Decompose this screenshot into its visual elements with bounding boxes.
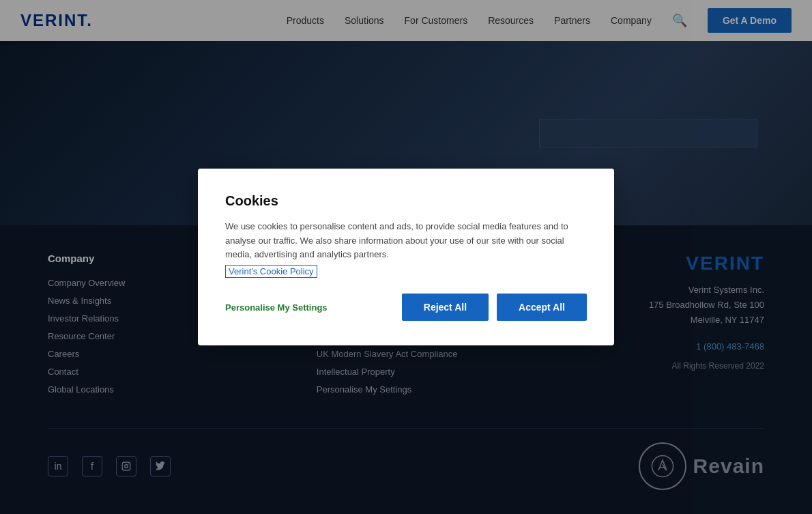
cookie-modal: Cookies We use cookies to personalise co… xyxy=(198,169,614,345)
accept-all-button[interactable]: Accept All xyxy=(497,294,587,321)
cookie-modal-body: We use cookies to personalise content an… xyxy=(225,220,587,262)
cookie-modal-title: Cookies xyxy=(225,193,587,209)
cookie-actions: Personalise My Settings Reject All Accep… xyxy=(225,294,587,321)
cookie-modal-overlay: Cookies We use cookies to personalise co… xyxy=(0,0,812,514)
reject-all-button[interactable]: Reject All xyxy=(402,294,489,321)
cookie-buttons: Reject All Accept All xyxy=(402,294,587,321)
cookie-policy-link[interactable]: Verint's Cookie Policy xyxy=(225,265,317,278)
personalise-settings-link[interactable]: Personalise My Settings xyxy=(225,302,328,313)
